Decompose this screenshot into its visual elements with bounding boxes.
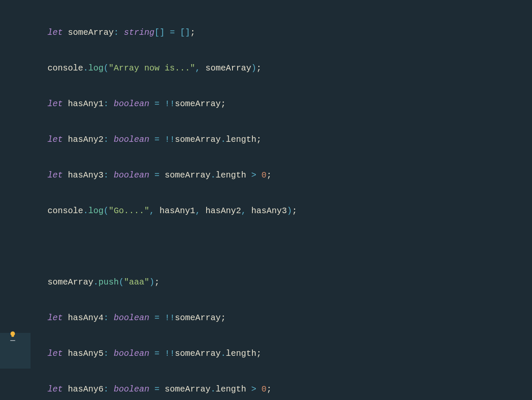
punct: . xyxy=(93,277,98,287)
punct: ; xyxy=(154,277,160,287)
punct: . xyxy=(83,63,88,73)
code-line[interactable]: let hasAny5: boolean = !!someArray.lengt… xyxy=(31,345,532,363)
code-editor[interactable]: let someArray: string[] = []; console.lo… xyxy=(0,0,532,400)
method: push xyxy=(98,277,119,287)
type: boolean xyxy=(114,99,149,109)
punct: = xyxy=(154,170,160,180)
punct: ) xyxy=(287,206,292,216)
identifier: console xyxy=(48,63,83,73)
punct: ( xyxy=(104,63,109,73)
punct: : xyxy=(104,349,109,358)
operator: !! xyxy=(165,349,175,358)
identifier: someArray xyxy=(175,135,221,144)
code-line[interactable]: let someArray: string[] = []; xyxy=(31,24,532,42)
identifier: someArray xyxy=(165,384,210,394)
lightbulb-icon[interactable] xyxy=(8,331,18,341)
identifier: hasAny3 xyxy=(251,206,287,216)
operator: !! xyxy=(165,99,175,109)
identifier: hasAny2 xyxy=(68,135,104,144)
identifier: someArray xyxy=(205,63,251,73)
punct: : xyxy=(104,313,109,323)
punct: , xyxy=(241,206,246,216)
punct: : xyxy=(104,384,109,394)
punct: . xyxy=(83,206,88,216)
number: 0 xyxy=(261,170,266,180)
punct: = xyxy=(170,28,175,37)
code-line[interactable]: let hasAny1: boolean = !!someArray; xyxy=(31,95,532,113)
code-line[interactable]: let hasAny4: boolean = !!someArray; xyxy=(31,309,532,327)
identifier: hasAny3 xyxy=(68,170,104,180)
punct: ; xyxy=(190,28,195,37)
code-line[interactable]: someArray.push("aaa"); xyxy=(31,273,532,291)
identifier: someArray xyxy=(175,313,221,323)
punct: . xyxy=(221,349,226,358)
punct: ; xyxy=(266,384,272,394)
punct: . xyxy=(210,170,216,180)
operator: > xyxy=(251,170,256,180)
punct: = xyxy=(154,99,160,109)
punct: ; xyxy=(221,99,226,109)
punct: . xyxy=(210,384,216,394)
punct: , xyxy=(149,206,154,216)
operator: !! xyxy=(165,313,175,323)
identifier: someArray xyxy=(165,170,210,180)
identifier: hasAny1 xyxy=(160,206,195,216)
punct: : xyxy=(104,170,109,180)
keyword-let: let xyxy=(48,99,63,109)
code-line[interactable]: let hasAny6: boolean = someArray.length … xyxy=(31,380,532,398)
type: boolean xyxy=(114,313,149,323)
method: log xyxy=(88,206,104,216)
type: string xyxy=(124,28,154,37)
keyword-let: let xyxy=(48,313,63,323)
property: length xyxy=(226,135,256,144)
punct: = xyxy=(154,349,160,358)
method: log xyxy=(88,63,104,73)
type: boolean xyxy=(114,349,149,358)
gutter xyxy=(0,0,31,400)
identifier: hasAny1 xyxy=(68,99,104,109)
code-line[interactable]: let hasAny3: boolean = someArray.length … xyxy=(31,166,532,184)
lightbulb-svg xyxy=(9,331,17,338)
property: length xyxy=(216,170,246,180)
punct: ; xyxy=(266,170,272,180)
keyword-let: let xyxy=(48,28,63,37)
punct: ] xyxy=(160,28,165,37)
punct: ) xyxy=(251,63,256,73)
keyword-let: let xyxy=(48,135,63,144)
number: 0 xyxy=(261,384,266,394)
punct: , xyxy=(195,206,200,216)
code-line[interactable]: let hasAny2: boolean = !!someArray.lengt… xyxy=(31,131,532,149)
identifier: console xyxy=(48,206,83,216)
property: length xyxy=(216,384,246,394)
code-line[interactable]: console.log("Go....", hasAny1, hasAny2, … xyxy=(31,202,532,220)
punct: : xyxy=(114,28,119,37)
identifier: someArray xyxy=(68,28,114,37)
identifier: someArray xyxy=(175,99,221,109)
string: "Array now is..." xyxy=(109,63,195,73)
punct: ) xyxy=(149,277,154,287)
punct: : xyxy=(104,99,109,109)
type: boolean xyxy=(114,384,149,394)
punct: ; xyxy=(292,206,297,216)
type: boolean xyxy=(114,135,149,144)
identifier: someArray xyxy=(48,277,93,287)
punct: ; xyxy=(221,313,226,323)
code-line[interactable]: console.log("Array now is...", someArray… xyxy=(31,59,532,77)
type: boolean xyxy=(114,170,149,180)
keyword-let: let xyxy=(48,384,63,394)
lightbulb-base xyxy=(10,340,15,341)
identifier: hasAny6 xyxy=(68,384,104,394)
property: length xyxy=(226,349,256,358)
punct: : xyxy=(104,135,109,144)
punct: = xyxy=(154,384,160,394)
identifier: hasAny5 xyxy=(68,349,104,358)
punct: [ xyxy=(154,28,160,37)
code-line[interactable] xyxy=(31,238,532,256)
keyword-let: let xyxy=(48,349,63,358)
punct: = xyxy=(154,313,160,323)
code-area[interactable]: let someArray: string[] = []; console.lo… xyxy=(31,0,532,400)
operator: !! xyxy=(165,135,175,144)
operator: > xyxy=(251,384,256,394)
punct: ( xyxy=(104,206,109,216)
identifier: someArray xyxy=(175,349,221,358)
